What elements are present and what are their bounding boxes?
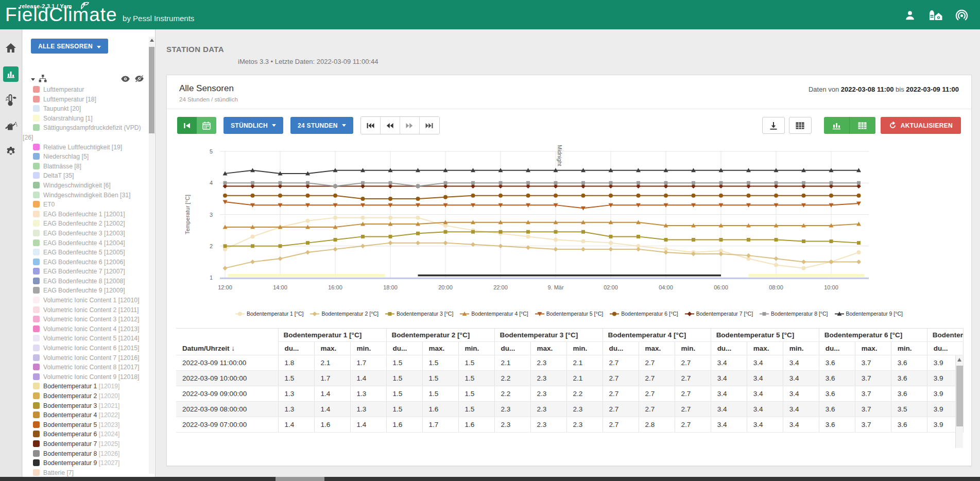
stat-column-header[interactable]: du... [711, 342, 747, 355]
page-forward-button[interactable] [400, 117, 420, 134]
stat-column-header[interactable]: min. [566, 342, 603, 355]
horizontal-scroll-thumb[interactable] [276, 477, 324, 481]
table-view-toggle[interactable] [850, 117, 875, 134]
horizontal-scrollbar[interactable] [0, 477, 980, 481]
home-icon[interactable] [3, 41, 19, 55]
sensor-item[interactable]: Bodentemperatur 8 [12026] [23, 449, 148, 459]
stat-column-header[interactable]: min. [783, 342, 819, 355]
date-column-header[interactable]: Datum/Uhrzeit ↓ [176, 329, 278, 355]
chart-view-toggle[interactable] [824, 117, 850, 134]
sensor-item[interactable]: Sättigungsdampfdruckdefizit (VPD) [26] [23, 123, 148, 142]
hide-all-icon[interactable] [135, 75, 144, 84]
export-table-button[interactable] [789, 117, 812, 134]
sensor-item[interactable]: Bodentemperatur 3 [12021] [23, 401, 148, 411]
page-back-button[interactable] [381, 117, 400, 134]
sensor-item[interactable]: EAG Bodenfeuchte 8 [12008] [23, 277, 148, 286]
all-sensors-dropdown[interactable]: ALLE SENSOREN [31, 39, 108, 54]
sensor-item[interactable]: EAG Bodenfeuchte 2 [12002] [23, 219, 148, 229]
interval-dropdown[interactable]: STÜNDLICH [223, 117, 283, 134]
range-dropdown[interactable]: 24 STUNDEN [290, 117, 353, 134]
sidebar-scrollbar[interactable] [149, 37, 154, 474]
station-data-icon[interactable] [3, 66, 19, 82]
farm-icon[interactable] [929, 9, 943, 22]
sensor-item[interactable]: Niederschlag [5] [23, 152, 148, 162]
sensor-item[interactable]: Bodentemperatur 2 [12020] [23, 391, 148, 401]
sensor-item[interactable]: EAG Bodenfeuchte 5 [12005] [23, 248, 148, 257]
sensor-item[interactable]: Bodentemperatur 9 [12027] [23, 458, 148, 468]
stat-column-header[interactable]: max. [855, 342, 891, 355]
legend-item[interactable]: Bodentemperatur 6 [°C] [610, 311, 678, 317]
sensor-item[interactable]: Volumetric Ionic Content 9 [12018] [23, 372, 148, 382]
sidebar-scroll-thumb[interactable] [149, 47, 154, 133]
jump-to-start-button[interactable] [177, 117, 197, 134]
page-first-button[interactable] [361, 117, 381, 134]
stat-column-header[interactable]: du... [278, 342, 314, 355]
sensor-item[interactable]: Batterie [7] [23, 468, 148, 477]
tree-collapse-icon[interactable] [31, 78, 35, 81]
stat-column-header[interactable]: min. [675, 342, 711, 355]
legend-item[interactable]: Bodentemperatur 8 [°C] [760, 311, 828, 317]
sensor-item[interactable]: Volumetric Ionic Content 4 [12013] [23, 324, 148, 334]
stat-column-header[interactable]: max. [530, 342, 566, 355]
sensor-item[interactable]: Volumetric Ionic Content 7 [12016] [23, 353, 148, 363]
legend-item[interactable]: Bodentemperatur 4 [°C] [460, 311, 528, 317]
refresh-button[interactable]: AKTUALISIEREN [881, 117, 961, 134]
stat-column-header[interactable]: min. [891, 342, 927, 355]
sensor-item[interactable]: Blattnässe [8] [23, 162, 148, 171]
sensor-item[interactable]: Volumetric Ionic Content 6 [12015] [23, 343, 148, 353]
legend-item[interactable]: Bodentemperatur 3 [°C] [385, 311, 453, 317]
stat-column-header[interactable]: max. [314, 342, 350, 355]
sensor-item[interactable]: Volumetric Ionic Content 3 [12012] [23, 315, 148, 324]
legend-item[interactable]: Bodentemperatur 1 [°C] [235, 311, 303, 317]
stat-column-header[interactable]: max. [639, 342, 675, 355]
sensor-item[interactable]: Lufttemperatur [18] [23, 95, 148, 105]
sensor-item[interactable]: EAG Bodenfeuchte 6 [12006] [23, 257, 148, 267]
sensor-item[interactable]: EAG Bodenfeuchte 9 [12009] [23, 286, 148, 296]
stat-column-header[interactable]: min. [350, 342, 386, 355]
legend-item[interactable]: Bodentemperatur 7 [°C] [685, 311, 753, 317]
sensor-item[interactable]: EAG Bodenfeuchte 1 [12001] [23, 210, 148, 219]
sensor-item[interactable]: DeltaT [35] [23, 171, 148, 181]
sensor-item[interactable]: Relative Luftfeuchtigkeit [19] [23, 143, 148, 152]
stat-column-header[interactable]: du... [819, 342, 855, 355]
sensor-item[interactable]: Bodentemperatur 1 [12019] [23, 382, 148, 391]
legend-item[interactable]: Bodentemperatur 5 [°C] [535, 311, 603, 317]
table-scrollbar[interactable] [955, 355, 963, 448]
stat-column-header[interactable]: du... [603, 342, 639, 355]
sensor-item[interactable]: Volumetric Ionic Content 1 [12010] [23, 296, 148, 305]
download-button[interactable] [762, 117, 785, 134]
stat-column-header[interactable]: max. [422, 342, 458, 355]
sensor-item[interactable]: Windgeschwindigkeit [6] [23, 181, 148, 191]
sensor-item[interactable]: Volumetric Ionic Content 8 [12017] [23, 363, 148, 372]
sensor-item[interactable]: Volumetric Ionic Content 2 [12011] [23, 305, 148, 315]
sensor-item[interactable]: Bodentemperatur 6 [12024] [23, 430, 148, 439]
legend-item[interactable]: Bodentemperatur 2 [°C] [310, 311, 378, 317]
stat-column-header[interactable]: du... [494, 342, 530, 355]
sensor-item[interactable]: Volumetric Ionic Content 5 [12014] [23, 334, 148, 343]
sensor-item[interactable]: Bodentemperatur 7 [12025] [23, 439, 148, 449]
settings-icon[interactable] [3, 145, 19, 159]
page-last-button[interactable] [420, 117, 439, 134]
sensor-item[interactable]: EAG Bodenfeuchte 3 [12003] [23, 229, 148, 238]
irrigation-icon[interactable] [3, 119, 19, 133]
sensor-item[interactable]: ET0 [23, 200, 148, 210]
sensor-item[interactable]: EAG Bodenfeuchte 4 [12004] [23, 238, 148, 248]
stat-column-header[interactable]: du... [386, 342, 422, 355]
cropview-icon[interactable] [3, 93, 19, 108]
stat-column-header[interactable]: min. [458, 342, 494, 355]
sensor-item[interactable]: Bodentemperatur 4 [12022] [23, 410, 148, 420]
sensor-item[interactable]: EAG Bodenfeuchte 7 [12007] [23, 267, 148, 277]
scroll-up-icon[interactable] [150, 39, 154, 42]
scroll-up-icon[interactable] [957, 358, 961, 362]
legend-item[interactable]: Bodentemperatur 9 [°C] [835, 311, 903, 317]
connectivity-icon[interactable] [954, 9, 969, 22]
sensor-item[interactable]: Solarstrahlung [1] [23, 114, 148, 124]
sensor-item[interactable]: Taupunkt [20] [23, 104, 148, 114]
sensor-item[interactable]: Windgeschwindigkeit Böen [31] [23, 191, 148, 200]
user-icon[interactable] [903, 9, 917, 22]
sensor-item[interactable]: Lufttemperatur [23, 85, 148, 95]
stat-column-header[interactable]: max. [747, 342, 783, 355]
calendar-button[interactable] [197, 117, 216, 134]
app-logo[interactable]: FieldClimate by Pessl Instruments [5, 4, 194, 26]
show-all-icon[interactable] [121, 75, 130, 84]
